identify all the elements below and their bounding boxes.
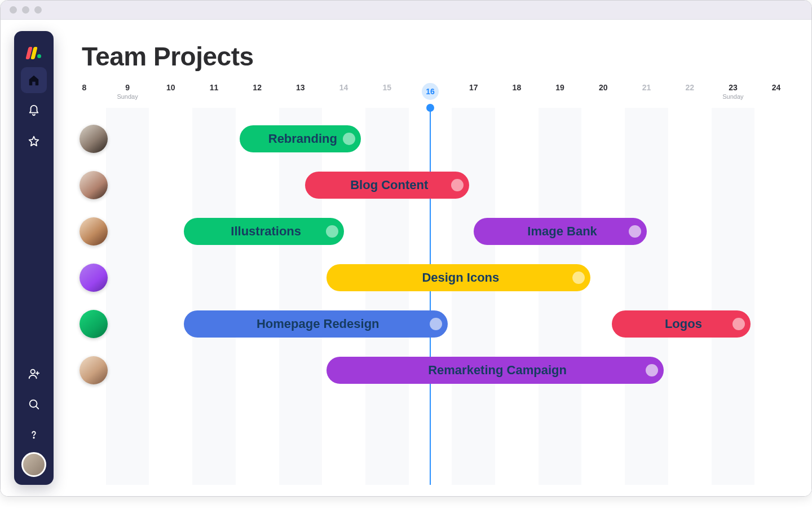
task-bar[interactable]: Remarketing Campaign	[326, 357, 664, 384]
date-column[interactable]: 11	[192, 83, 236, 92]
app-logo-icon	[24, 40, 43, 59]
date-column[interactable]: 23Sunday	[712, 83, 755, 100]
row-avatar[interactable]	[80, 171, 108, 199]
date-subtext: Sunday	[712, 93, 755, 100]
task-bar[interactable]: Image Bank	[474, 218, 647, 245]
task-handle-icon[interactable]	[343, 133, 355, 145]
task-handle-icon[interactable]	[430, 318, 442, 330]
date-number: 14	[322, 83, 365, 92]
date-subtext: Sunday	[106, 93, 149, 100]
task-label: Homepage Redesign	[257, 317, 379, 331]
svg-point-2	[33, 437, 34, 438]
row-avatar[interactable]	[80, 356, 108, 384]
profile-avatar[interactable]	[21, 452, 46, 477]
today-line	[430, 108, 431, 485]
date-number: 8	[63, 83, 106, 92]
search-icon	[28, 398, 40, 410]
date-number: 12	[236, 83, 279, 92]
help-icon	[28, 428, 40, 441]
row-avatar[interactable]	[80, 264, 108, 292]
task-label: Blog Content	[350, 178, 428, 192]
date-column[interactable]: 9Sunday	[106, 83, 149, 100]
date-number: 17	[452, 83, 495, 92]
app-window: Team Projects 89Sunday101112131415161718…	[0, 0, 812, 497]
date-column[interactable]: 10	[149, 83, 192, 92]
window-dot	[10, 6, 17, 14]
date-column[interactable]: 24	[754, 83, 798, 92]
row-avatar[interactable]	[80, 310, 108, 338]
date-column[interactable]: 22	[668, 83, 712, 92]
date-number: 9	[106, 83, 149, 92]
add-user-icon	[28, 367, 40, 380]
svg-point-0	[31, 370, 35, 374]
nav-notifications[interactable]	[21, 98, 47, 124]
date-column[interactable]: 15	[365, 83, 409, 92]
nav-favorites[interactable]	[21, 128, 47, 154]
date-column[interactable]: 17	[452, 83, 495, 92]
date-column[interactable]: 16	[409, 83, 452, 100]
task-handle-icon[interactable]	[326, 225, 338, 238]
window-dot	[34, 6, 42, 14]
main-content: Team Projects 89Sunday101112131415161718…	[63, 31, 798, 485]
row-avatar[interactable]	[80, 125, 108, 153]
date-number: 10	[149, 83, 192, 92]
task-handle-icon[interactable]	[629, 225, 641, 238]
date-number: 18	[495, 83, 539, 92]
page-title: Team Projects	[63, 31, 798, 77]
today-marker-dot	[426, 104, 434, 112]
row-avatar[interactable]	[80, 217, 108, 246]
task-bar[interactable]: Blog Content	[305, 172, 469, 199]
task-handle-icon[interactable]	[451, 179, 464, 191]
task-bar[interactable]: Rebranding	[240, 125, 361, 152]
nav-search[interactable]	[21, 391, 47, 417]
task-label: Rebranding	[268, 132, 337, 146]
task-label: Logos	[665, 317, 702, 331]
date-column[interactable]: 8	[63, 83, 106, 92]
task-bar[interactable]: Illustrations	[184, 218, 344, 245]
task-bar[interactable]: Homepage Redesign	[184, 310, 448, 338]
date-number: 15	[365, 83, 409, 92]
nav-invite[interactable]	[21, 361, 47, 387]
date-column[interactable]: 12	[236, 83, 279, 92]
date-column[interactable]: 13	[279, 83, 323, 92]
today-badge: 16	[422, 83, 439, 100]
task-label: Remarketing Campaign	[428, 363, 567, 378]
date-column[interactable]: 20	[581, 83, 625, 92]
home-icon	[28, 74, 40, 86]
date-column[interactable]: 14	[322, 83, 365, 92]
nav-home[interactable]	[21, 67, 47, 93]
date-number: 13	[279, 83, 323, 92]
titlebar	[1, 1, 811, 20]
task-handle-icon[interactable]	[572, 271, 585, 284]
bell-icon	[28, 104, 40, 117]
task-bar[interactable]: Design Icons	[326, 264, 590, 291]
date-number: 21	[625, 83, 668, 92]
date-column[interactable]: 18	[495, 83, 539, 92]
date-number: 24	[754, 83, 798, 92]
timeline: 89Sunday1011121314151617181920212223Sund…	[63, 83, 798, 485]
task-handle-icon[interactable]	[646, 364, 658, 376]
date-number: 19	[539, 83, 582, 92]
window-dot	[22, 6, 29, 14]
nav-help[interactable]	[21, 422, 47, 448]
date-column[interactable]: 21	[625, 83, 668, 92]
date-number: 11	[192, 83, 236, 92]
task-label: Illustrations	[231, 224, 301, 239]
date-number: 20	[581, 83, 625, 92]
task-label: Design Icons	[422, 270, 499, 285]
date-number: 22	[668, 83, 712, 92]
date-column[interactable]: 19	[539, 83, 582, 92]
task-handle-icon[interactable]	[732, 318, 745, 330]
sidebar	[14, 31, 54, 485]
star-icon	[28, 135, 40, 147]
task-label: Image Bank	[527, 224, 597, 239]
task-bar[interactable]: Logos	[612, 310, 750, 338]
date-number: 23	[712, 83, 755, 92]
